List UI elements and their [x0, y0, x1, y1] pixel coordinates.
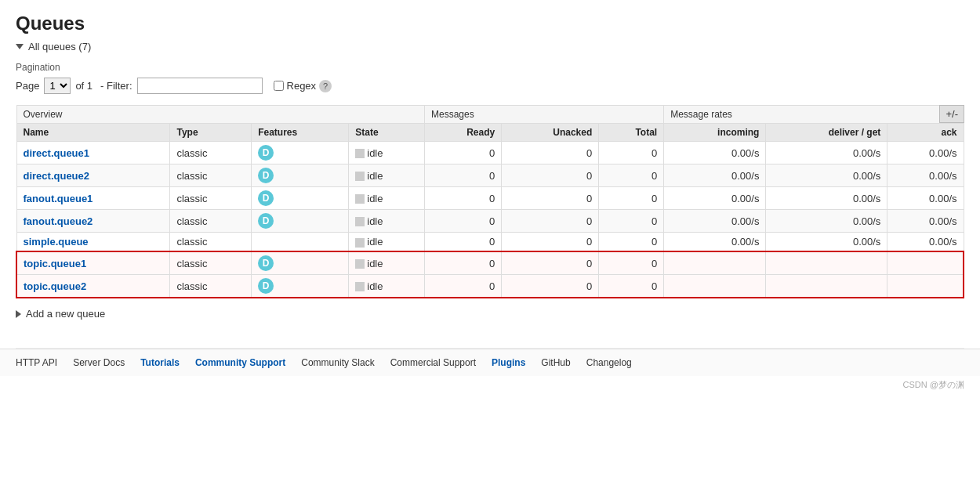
- table-cell: 0: [502, 210, 599, 233]
- col-type: Type: [170, 124, 252, 142]
- table-cell: 0: [502, 251, 599, 275]
- table-cell: [664, 275, 766, 298]
- table-cell: 0: [424, 251, 501, 275]
- table-cell: 0: [424, 187, 501, 210]
- state-box-icon: [355, 259, 365, 269]
- pagination-controls: Page 1 of 1 - Filter: Regex ?: [16, 78, 964, 94]
- queue-name-cell[interactable]: fanout.queue2: [16, 210, 170, 233]
- message-rates-header: Message rates: [664, 106, 964, 124]
- queue-name-cell[interactable]: direct.queue1: [16, 142, 170, 164]
- table-cell: D: [252, 187, 349, 210]
- table-cell: 0: [502, 233, 599, 252]
- table-row: fanout.queue1classicDidle0000.00/s0.00/s…: [16, 187, 964, 210]
- all-queues-toggle[interactable]: All queues (7): [16, 41, 964, 52]
- filter-input[interactable]: [137, 78, 263, 94]
- all-queues-label: All queues (7): [28, 41, 91, 52]
- table-cell: [664, 251, 766, 275]
- table-cell: idle: [349, 142, 425, 164]
- footer-link[interactable]: Community Slack: [301, 357, 374, 368]
- table-row: topic.queue1classicDidle000: [16, 251, 964, 275]
- table-cell: 0: [599, 187, 664, 210]
- triangle-down-icon: [16, 44, 24, 49]
- table-cell: 0.00/s: [664, 142, 766, 164]
- table-cell: idle: [349, 275, 425, 298]
- table-cell: classic: [170, 233, 252, 252]
- col-total: Total: [599, 124, 664, 142]
- footer-link[interactable]: Commercial Support: [390, 357, 476, 368]
- footer-link[interactable]: Changelog: [586, 357, 632, 368]
- table-cell: 0: [502, 142, 599, 164]
- table-cell: D: [252, 210, 349, 233]
- add-queue-button[interactable]: Add a new queue: [16, 308, 964, 320]
- table-row: topic.queue2classicDidle000: [16, 275, 964, 298]
- col-ack: ack: [887, 124, 964, 142]
- table-row: fanout.queue2classicDidle0000.00/s0.00/s…: [16, 210, 964, 233]
- table-cell: 0: [502, 275, 599, 298]
- page-title: Queues: [16, 13, 964, 34]
- queue-name-cell[interactable]: topic.queue2: [16, 275, 170, 298]
- table-cell: 0: [599, 233, 664, 252]
- table-cell: 0.00/s: [766, 142, 887, 164]
- of-label: of 1: [75, 80, 93, 92]
- table-cell: [766, 275, 887, 298]
- state-box-icon: [355, 172, 365, 181]
- add-queue-section: Add a new queue: [16, 308, 964, 320]
- d-feature-badge: D: [258, 278, 274, 294]
- table-cell: 0: [599, 142, 664, 164]
- footer-link[interactable]: Server Docs: [73, 357, 125, 368]
- table-row: direct.queue1classicDidle0000.00/s0.00/s…: [16, 142, 964, 164]
- table-cell: [252, 233, 349, 252]
- table-cell: 0.00/s: [664, 164, 766, 187]
- messages-header: Messages: [424, 106, 663, 124]
- table-cell: classic: [170, 164, 252, 187]
- table-cell: 0.00/s: [766, 233, 887, 252]
- table-cell: 0.00/s: [766, 210, 887, 233]
- add-queue-label: Add a new queue: [26, 308, 105, 320]
- state-box-icon: [355, 194, 365, 204]
- group-header-row: Overview Messages Message rates: [16, 106, 964, 124]
- table-cell: 0.00/s: [887, 164, 964, 187]
- table-cell: [887, 275, 964, 298]
- table-cell: classic: [170, 187, 252, 210]
- table-cell: classic: [170, 251, 252, 275]
- queue-name-cell[interactable]: topic.queue1: [16, 251, 170, 275]
- plus-minus-button[interactable]: +/-: [939, 105, 964, 123]
- table-cell: 0.00/s: [766, 164, 887, 187]
- table-cell: idle: [349, 187, 425, 210]
- queues-table-wrapper: +/- Overview Messages Message rates Name…: [16, 105, 964, 298]
- table-cell: 0: [599, 275, 664, 298]
- d-feature-badge: D: [258, 145, 274, 161]
- queue-name-cell[interactable]: simple.queue: [16, 233, 170, 252]
- queues-tbody: direct.queue1classicDidle0000.00/s0.00/s…: [16, 142, 964, 298]
- table-cell: 0.00/s: [887, 142, 964, 164]
- queue-name-cell[interactable]: fanout.queue1: [16, 187, 170, 210]
- col-state: State: [349, 124, 425, 142]
- d-feature-badge: D: [258, 255, 274, 271]
- table-row: simple.queueclassicidle0000.00/s0.00/s0.…: [16, 233, 964, 252]
- col-ready: Ready: [424, 124, 501, 142]
- footer-link[interactable]: HTTP API: [16, 357, 57, 368]
- queues-table: Overview Messages Message rates Name Typ…: [16, 105, 964, 298]
- footer-link[interactable]: GitHub: [541, 357, 570, 368]
- table-cell: 0.00/s: [664, 233, 766, 252]
- d-feature-badge: D: [258, 190, 274, 206]
- watermark: CSDN @梦の渊: [0, 376, 980, 394]
- table-cell: idle: [349, 210, 425, 233]
- page-select[interactable]: 1: [44, 78, 71, 94]
- queue-name-cell[interactable]: direct.queue2: [16, 164, 170, 187]
- table-cell: [766, 251, 887, 275]
- table-cell: 0.00/s: [887, 210, 964, 233]
- col-features: Features: [252, 124, 349, 142]
- help-badge[interactable]: ?: [319, 80, 332, 92]
- table-cell: idle: [349, 164, 425, 187]
- table-cell: 0: [502, 187, 599, 210]
- table-cell: D: [252, 164, 349, 187]
- table-cell: idle: [349, 251, 425, 275]
- footer-link[interactable]: Community Support: [195, 357, 285, 368]
- d-feature-badge: D: [258, 168, 274, 183]
- footer-link[interactable]: Plugins: [492, 357, 525, 368]
- regex-checkbox[interactable]: [274, 81, 284, 91]
- state-box-icon: [355, 282, 365, 291]
- table-cell: 0.00/s: [664, 187, 766, 210]
- footer-link[interactable]: Tutorials: [140, 357, 180, 368]
